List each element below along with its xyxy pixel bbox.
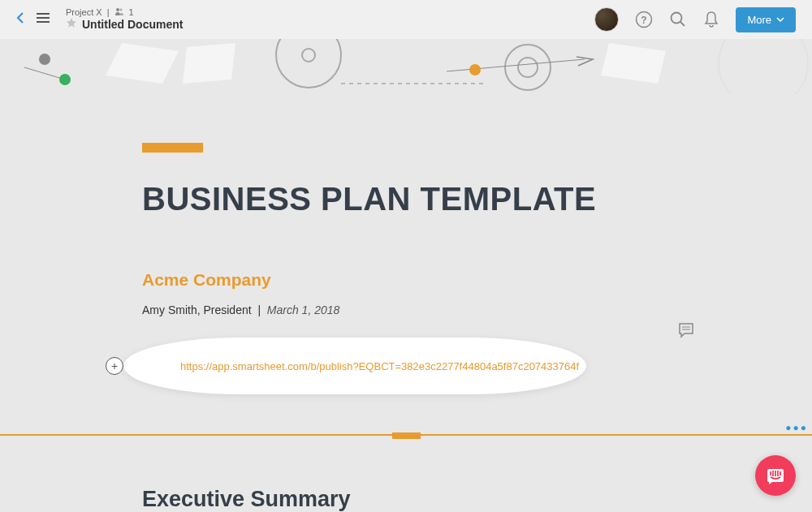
user-count: 1 [129, 7, 134, 17]
svg-point-20 [39, 54, 50, 65]
svg-point-21 [59, 74, 71, 85]
app-header: Project X | 1 Untitled Document ? [0, 0, 812, 39]
url-block: + https://app.smartsheet.com/b/publish?E… [106, 338, 670, 394]
intercom-icon [765, 465, 786, 486]
more-button[interactable]: More [736, 7, 796, 32]
svg-line-8 [680, 22, 685, 26]
users-icon [114, 7, 124, 17]
page-title: BUSINESS PLAN TEMPLATE [142, 181, 670, 217]
section-menu[interactable]: ●●● [785, 422, 808, 433]
svg-point-4 [119, 9, 122, 11]
svg-marker-16 [183, 43, 235, 84]
section-divider [0, 434, 812, 439]
menu-button[interactable] [37, 12, 50, 27]
add-block-button[interactable]: + [106, 357, 123, 375]
svg-point-7 [672, 13, 682, 24]
bell-icon[interactable] [703, 11, 719, 28]
author-line: Amy Smith, President | March 1, 2018 [142, 303, 670, 316]
svg-point-23 [469, 64, 481, 75]
header-left: Project X | 1 Untitled Document [16, 7, 183, 32]
chevron-down-icon [776, 17, 784, 22]
comment-icon[interactable] [678, 322, 694, 342]
svg-text:?: ? [641, 15, 647, 26]
author-name: Amy Smith, President [142, 303, 252, 316]
project-name[interactable]: Project X [66, 7, 102, 17]
chat-fab[interactable] [755, 455, 796, 496]
help-icon[interactable]: ? [635, 11, 653, 28]
company-name: Acme Company [142, 270, 670, 290]
section-title: Executive Summary [142, 487, 351, 512]
url-bubble[interactable]: https://app.smartsheet.com/b/publish?EQB… [123, 338, 586, 394]
more-label: More [747, 14, 771, 26]
avatar[interactable] [594, 7, 619, 32]
doc-title[interactable]: Untitled Document [82, 18, 183, 31]
breadcrumb: Project X | 1 [66, 7, 183, 17]
back-button[interactable] [16, 11, 24, 28]
document-content: BUSINESS PLAN TEMPLATE Acme Company Amy … [0, 94, 812, 394]
document-date: March 1, 2018 [267, 303, 340, 316]
hero-banner [0, 39, 812, 94]
search-icon[interactable] [669, 11, 687, 28]
doc-info: Project X | 1 Untitled Document [66, 7, 183, 32]
svg-point-3 [116, 8, 119, 11]
doc-title-row: Untitled Document [66, 17, 183, 32]
header-right: ? More [594, 7, 796, 32]
star-icon[interactable] [66, 17, 77, 32]
url-link[interactable]: https://app.smartsheet.com/b/publish?EQB… [180, 360, 579, 372]
accent-bar [142, 143, 203, 153]
